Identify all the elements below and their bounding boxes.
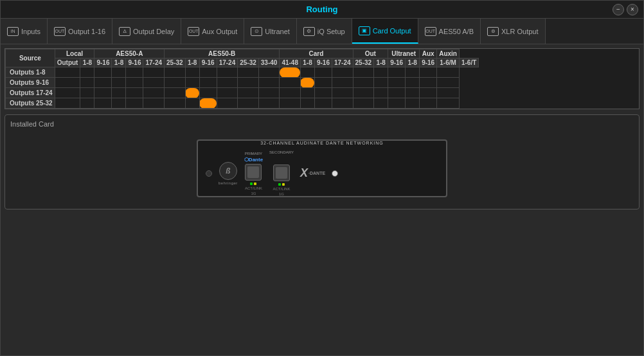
routing-cell[interactable] <box>80 98 94 109</box>
tab-aes50-ab[interactable]: OUT AES50 A/B <box>418 19 481 44</box>
routing-cell[interactable] <box>185 78 199 88</box>
tab-aux-output[interactable]: OUT Aux Output <box>181 19 244 44</box>
routing-cell[interactable] <box>280 67 301 78</box>
routing-cell[interactable] <box>55 88 80 98</box>
routing-cell[interactable] <box>258 98 280 109</box>
routing-cell[interactable] <box>217 88 238 98</box>
tab-inputs[interactable]: IN Inputs <box>1 19 48 44</box>
routing-cell[interactable] <box>300 98 314 109</box>
routing-cell[interactable] <box>406 88 420 98</box>
routing-cell[interactable] <box>300 67 314 78</box>
routing-cell[interactable] <box>280 88 301 98</box>
routing-cell[interactable] <box>280 78 301 88</box>
routing-cell[interactable] <box>126 88 143 98</box>
routing-cell[interactable] <box>388 67 406 78</box>
routing-cell[interactable] <box>238 88 259 98</box>
routing-cell[interactable] <box>112 98 126 109</box>
routing-cell[interactable] <box>314 78 332 88</box>
routing-cell[interactable] <box>406 67 420 78</box>
routing-cell[interactable] <box>238 78 259 88</box>
routing-cell[interactable] <box>258 67 280 78</box>
tab-output1-16[interactable]: OUT Output 1-16 <box>48 19 112 44</box>
routing-cell[interactable] <box>388 98 406 109</box>
routing-cell[interactable] <box>165 98 186 109</box>
routing-cell[interactable] <box>217 98 238 109</box>
routing-cell[interactable] <box>437 78 460 88</box>
routing-cell[interactable] <box>217 78 238 88</box>
routing-cell[interactable] <box>406 98 420 109</box>
routing-cell[interactable] <box>126 98 143 109</box>
routing-cell[interactable] <box>55 67 80 78</box>
tab-ultranet[interactable]: ⊙ Ultranet <box>244 19 297 44</box>
routing-cell[interactable] <box>374 67 388 78</box>
routing-cell[interactable] <box>280 98 301 109</box>
routing-cell[interactable] <box>165 88 186 98</box>
routing-cell[interactable] <box>353 98 374 109</box>
routing-cell[interactable] <box>199 98 217 109</box>
routing-cell[interactable] <box>238 98 259 109</box>
routing-cell[interactable] <box>217 67 238 78</box>
primary-port-group: PRIMARY ⬡Dante ACT/LINK 1G <box>244 152 263 195</box>
tab-xlr-output[interactable]: ⊚ XLR Output <box>481 19 545 44</box>
routing-cell[interactable] <box>420 98 437 109</box>
routing-cell[interactable] <box>238 67 259 78</box>
routing-cell[interactable] <box>353 88 374 98</box>
close-button[interactable]: × <box>627 4 638 15</box>
routing-cell[interactable] <box>437 98 460 109</box>
routing-cell[interactable] <box>55 78 80 88</box>
routing-cell[interactable] <box>353 67 374 78</box>
routing-cell[interactable] <box>332 67 353 78</box>
tab-output-delay[interactable]: Δ Output Delay <box>112 19 181 44</box>
routing-cell[interactable] <box>353 78 374 88</box>
routing-cell[interactable] <box>420 67 437 78</box>
routing-cell[interactable] <box>420 88 437 98</box>
routing-cell[interactable] <box>94 98 112 109</box>
routing-cell[interactable] <box>406 78 420 88</box>
routing-cell[interactable] <box>374 98 388 109</box>
routing-cell[interactable] <box>112 67 126 78</box>
routing-cell[interactable] <box>374 88 388 98</box>
routing-cell[interactable] <box>143 67 165 78</box>
routing-cell[interactable] <box>80 67 94 78</box>
routing-cell[interactable] <box>300 88 314 98</box>
routing-cell[interactable] <box>314 88 332 98</box>
tab-iq-setup[interactable]: ⚙ iQ Setup <box>297 19 352 44</box>
routing-cell[interactable] <box>80 78 94 88</box>
routing-cell[interactable] <box>314 67 332 78</box>
routing-cell[interactable] <box>437 67 460 78</box>
routing-cell[interactable] <box>332 88 353 98</box>
routing-cell[interactable] <box>55 98 80 109</box>
minimize-button[interactable]: − <box>613 4 624 15</box>
routing-cell[interactable] <box>258 78 280 88</box>
routing-cell[interactable] <box>143 78 165 88</box>
routing-cell[interactable] <box>143 88 165 98</box>
routing-cell[interactable] <box>374 78 388 88</box>
routing-cell[interactable] <box>185 67 199 78</box>
routing-cell[interactable] <box>185 98 199 109</box>
routing-cell[interactable] <box>420 78 437 88</box>
routing-cell[interactable] <box>112 88 126 98</box>
routing-cell[interactable] <box>300 78 314 88</box>
routing-cell[interactable] <box>165 78 186 88</box>
routing-cell[interactable] <box>185 88 199 98</box>
routing-cell[interactable] <box>143 98 165 109</box>
routing-cell[interactable] <box>332 98 353 109</box>
routing-cell[interactable] <box>437 88 460 98</box>
routing-cell[interactable] <box>165 67 186 78</box>
routing-cell[interactable] <box>388 88 406 98</box>
routing-cell[interactable] <box>258 88 280 98</box>
routing-cell[interactable] <box>199 67 217 78</box>
routing-cell[interactable] <box>199 88 217 98</box>
tab-card-output[interactable]: ▣ Card Output <box>352 19 418 44</box>
routing-cell[interactable] <box>94 78 112 88</box>
routing-cell[interactable] <box>126 78 143 88</box>
routing-cell[interactable] <box>80 88 94 98</box>
routing-cell[interactable] <box>94 88 112 98</box>
routing-cell[interactable] <box>112 78 126 88</box>
routing-cell[interactable] <box>199 78 217 88</box>
routing-cell[interactable] <box>94 67 112 78</box>
routing-cell[interactable] <box>388 78 406 88</box>
routing-cell[interactable] <box>332 78 353 88</box>
routing-cell[interactable] <box>126 67 143 78</box>
routing-cell[interactable] <box>314 98 332 109</box>
